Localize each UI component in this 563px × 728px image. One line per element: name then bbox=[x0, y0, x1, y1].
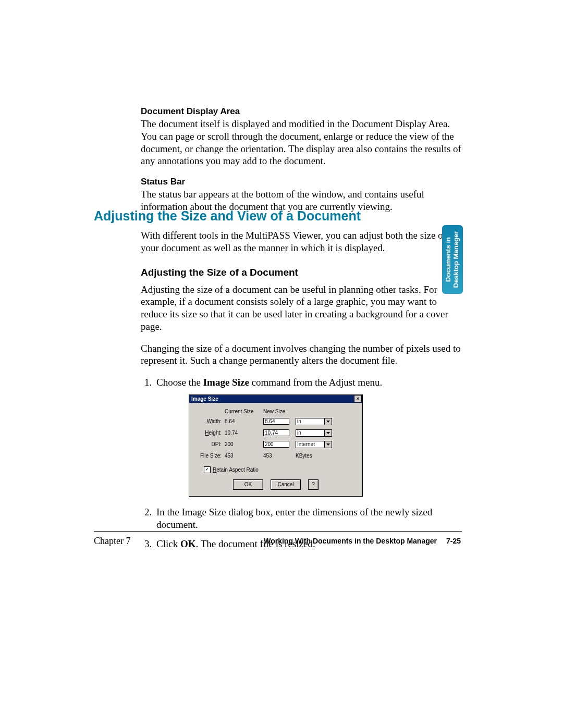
svg-marker-0 bbox=[326, 421, 330, 423]
close-icon: × bbox=[357, 397, 359, 401]
dpi-unit-combo[interactable]: Internet bbox=[296, 441, 332, 448]
svg-marker-1 bbox=[326, 432, 330, 434]
step-2: In the Image Size dialog box, enter the … bbox=[154, 506, 462, 532]
heading-adjusting-size: Adjusting the Size of a Document bbox=[141, 267, 462, 278]
height-unit-combo[interactable]: in bbox=[296, 429, 332, 437]
main-content: With different tools in the MultiPASS Vi… bbox=[141, 229, 462, 557]
col-new-size: New Size bbox=[263, 408, 296, 415]
section-tab: Documents inDesktop Manager bbox=[442, 225, 463, 294]
dialog-header-row: Current Size New Size bbox=[194, 408, 357, 415]
para-adjust-a: Adjusting the size of a document can be … bbox=[141, 283, 462, 333]
width-current: 8.64 bbox=[225, 418, 263, 425]
height-new-input[interactable]: 10.74 bbox=[263, 429, 289, 436]
width-unit-combo[interactable]: in bbox=[296, 418, 332, 425]
top-content: Document Display Area The document itsel… bbox=[141, 106, 462, 223]
retain-aspect-checkbox[interactable]: ✓ bbox=[204, 466, 211, 473]
dpi-current: 200 bbox=[225, 441, 263, 448]
dialog-body: Current Size New Size Width: 8.64 8.64 bbox=[189, 403, 362, 496]
intro-paragraph: With different tools in the MultiPASS Vi… bbox=[141, 229, 462, 254]
image-size-dialog: Image Size × Current Size New Size bbox=[189, 394, 363, 497]
manual-page: Document Display Area The document itsel… bbox=[0, 0, 563, 728]
chevron-down-icon bbox=[324, 441, 332, 448]
chevron-down-icon bbox=[324, 418, 332, 425]
width-unit-value: in bbox=[296, 418, 324, 425]
step3-bold: OK bbox=[180, 538, 196, 549]
label-dpi: DPI: bbox=[194, 441, 225, 448]
footer-divider bbox=[94, 531, 462, 532]
dpi-new-input[interactable]: 200 bbox=[263, 441, 289, 448]
dialog-titlebar: Image Size × bbox=[189, 395, 362, 403]
step-1: Choose the Image Size command from the A… bbox=[154, 376, 462, 497]
section-tab-text: Documents inDesktop Manager bbox=[445, 231, 460, 288]
dialog-button-row: OK Cancel ? bbox=[194, 479, 357, 492]
dialog-wrap: Image Size × Current Size New Size bbox=[189, 394, 462, 497]
label-filesize: File Size: bbox=[194, 452, 225, 459]
step1-bold: Image Size bbox=[203, 377, 249, 388]
label-status-bar: Status Bar bbox=[141, 177, 462, 187]
close-button[interactable]: × bbox=[354, 395, 362, 402]
step3-pre: Click bbox=[156, 538, 180, 549]
dialog-title: Image Size bbox=[191, 396, 218, 402]
label-height: Height: bbox=[194, 429, 225, 436]
row-filesize: File Size: 453 453 KBytes bbox=[194, 452, 357, 459]
step1-post: command from the Adjust menu. bbox=[249, 377, 382, 388]
row-width: Width: 8.64 8.64 in bbox=[194, 418, 357, 425]
retain-aspect-label: Retain Aspect Ratio bbox=[213, 466, 259, 473]
col-current-size: Current Size bbox=[225, 408, 263, 415]
filesize-unit: KBytes bbox=[296, 452, 339, 459]
label-display-area: Document Display Area bbox=[141, 106, 462, 117]
ok-button[interactable]: OK bbox=[233, 479, 263, 490]
cancel-button[interactable]: Cancel bbox=[271, 479, 301, 490]
row-dpi: DPI: 200 200 Internet bbox=[194, 441, 357, 448]
row-height: Height: 10.74 10.74 in bbox=[194, 429, 357, 437]
retain-aspect-checkbox-row: ✓ Retain Aspect Ratio bbox=[204, 466, 357, 473]
para-display-area: The document itself is displayed and mod… bbox=[141, 118, 462, 167]
svg-marker-2 bbox=[326, 443, 330, 446]
height-unit-value: in bbox=[296, 430, 324, 436]
footer-section-page: Working With Documents in the Desktop Ma… bbox=[264, 537, 461, 545]
help-button[interactable]: ? bbox=[308, 479, 319, 490]
chevron-down-icon bbox=[324, 430, 332, 436]
filesize-new: 453 bbox=[263, 452, 296, 459]
height-current: 10.74 bbox=[225, 429, 263, 436]
dpi-unit-value: Internet bbox=[296, 441, 324, 448]
steps-list: Choose the Image Size command from the A… bbox=[141, 376, 462, 551]
filesize-current: 453 bbox=[225, 452, 263, 459]
para-adjust-b: Changing the size of a document involves… bbox=[141, 342, 462, 367]
heading-adjusting-size-view: Adjusting the Size and View of a Documen… bbox=[94, 208, 469, 224]
footer-chapter: Chapter 7 bbox=[94, 536, 130, 547]
width-new-input[interactable]: 8.64 bbox=[263, 418, 289, 425]
label-width: Width: bbox=[194, 418, 225, 425]
step1-pre: Choose the bbox=[156, 377, 203, 388]
